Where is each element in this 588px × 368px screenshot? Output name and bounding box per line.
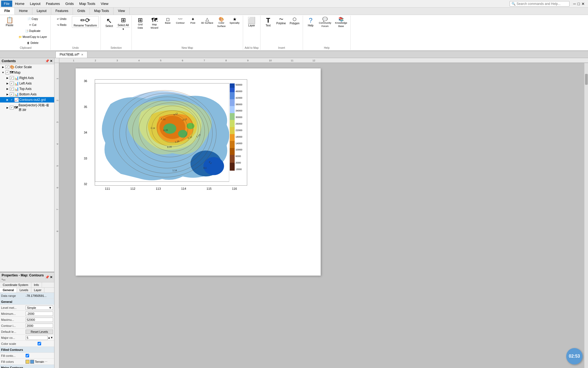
tab-maptools[interactable]: Map Tools	[90, 8, 114, 15]
tree-check-leftaxis[interactable]	[10, 82, 14, 85]
tab-grids[interactable]: Grids	[73, 8, 90, 15]
contents-close-icon[interactable]: ✕	[50, 59, 53, 63]
delete-button[interactable]: 🗑 Delete	[17, 40, 49, 46]
props-tab-layer[interactable]: Layer	[31, 288, 45, 292]
tree-map[interactable]: ▼ 🗺 Map	[0, 70, 54, 75]
selection-label: Selection	[111, 46, 122, 49]
props-datarange: Data range -78.17950591...	[0, 293, 54, 299]
props-pin-icon[interactable]: 📌	[45, 275, 49, 279]
tree-color-scale[interactable]: ▶ 🎨 Color Scale	[0, 64, 54, 70]
polyline-button[interactable]: 〜 Polyline	[275, 16, 287, 26]
redo-icon: ↪	[57, 23, 59, 27]
props-tab-info[interactable]: Info	[31, 282, 42, 287]
scrollbar-v-thumb[interactable]	[585, 74, 588, 85]
knowledge-button[interactable]: 📚 Knowledge Base	[333, 16, 349, 29]
props-close-icon[interactable]: ✕	[50, 275, 53, 279]
props-tab-general[interactable]: General	[0, 288, 17, 292]
cs-labels: 50000 46000 42000 38000 34000 30000 2600…	[235, 83, 242, 171]
redo-button[interactable]: ↪ Redo	[52, 22, 71, 28]
post-button[interactable]: ✦ Post	[187, 16, 199, 26]
layer-button[interactable]: ⬜ Layer	[245, 16, 258, 28]
paste-button[interactable]: 📋 Paste	[3, 16, 16, 28]
scrollbar-vertical[interactable]	[584, 63, 588, 368]
svg-text:4: 4	[56, 143, 59, 145]
community-button[interactable]: 💬 Community Forum	[317, 16, 333, 29]
colorscale-checkbox[interactable]	[26, 342, 53, 345]
tree-check-base[interactable]	[10, 106, 14, 110]
tree-bottom-axis[interactable]: ▶ 📊 Bottom Axis	[0, 92, 54, 97]
tree-contours-out2[interactable]: ▶ 📈 Contours-out2.grd	[0, 97, 54, 102]
resetlevels-button[interactable]: Reset Levels	[26, 330, 53, 334]
select-all-dropdown[interactable]: ▼	[117, 27, 130, 31]
search-bar[interactable]: 🔍	[510, 1, 569, 7]
select-all-button[interactable]: ⊞ Select All ▼	[117, 16, 130, 31]
selection-content: ↖ Select ⊞ Select All ▼	[102, 16, 130, 46]
maximum-input[interactable]	[26, 318, 53, 322]
doc-tab-close[interactable]: ✕	[81, 53, 83, 56]
duplicate-button[interactable]: 📑 Duplicate	[17, 28, 49, 34]
props-tab-levels[interactable]: Levels	[17, 288, 31, 292]
tab-layout[interactable]: Layout	[32, 8, 51, 15]
tree-right-axis[interactable]: ▶ 📊 Right Axis	[0, 75, 54, 81]
tab-file[interactable]: File	[0, 8, 15, 15]
color-surface-button[interactable]: 🎨 Color Surface	[215, 16, 227, 29]
select-all-main[interactable]: ⊞ Select All	[117, 16, 130, 27]
map-inner: 4.12 4.12 1.14 1.14 8.28 1.25 8.28 4.12 …	[95, 80, 229, 185]
props-tab-coordsys[interactable]: Coordinate System	[0, 282, 31, 287]
tree-check-rightaxis[interactable]	[10, 76, 14, 80]
majorco-up[interactable]: ▲	[48, 336, 50, 339]
grid-data-button[interactable]: ⊞ Grid Data	[133, 16, 147, 31]
menu-home[interactable]: Home	[12, 1, 27, 7]
rename-transform-icon: ✏⟳	[80, 17, 90, 24]
help-button[interactable]: ? Help	[305, 16, 317, 28]
tree-base-vector[interactable]: ▶ 🗺 Base(vector)-河南-省界.blr	[0, 102, 54, 113]
tree-check-contours[interactable]	[10, 98, 14, 102]
tab-features[interactable]: Features	[51, 8, 73, 15]
menu-view[interactable]: View	[98, 1, 111, 7]
tree-check-topaxis[interactable]	[10, 87, 14, 91]
doc-tab-plot7[interactable]: Plot7初稿.srf* ✕	[56, 51, 87, 58]
menu-grids[interactable]: Grids	[63, 1, 76, 7]
minimum-input[interactable]	[26, 312, 53, 316]
specialty-button[interactable]: ★ Specialty	[228, 16, 241, 26]
tree-check-map[interactable]	[5, 71, 9, 74]
tree-top-axis[interactable]: ▶ 📊 Top Axis	[0, 86, 54, 92]
tree-check-bottomaxis[interactable]	[10, 92, 14, 96]
3d-surface-button[interactable]: △ 3D Surface	[199, 16, 215, 26]
contourinterval-input[interactable]	[26, 324, 53, 328]
search-input[interactable]	[517, 2, 566, 6]
undo-button[interactable]: ↩ Undo	[52, 16, 71, 22]
majorco-down[interactable]: ▼	[50, 336, 53, 339]
tree-left-axis[interactable]: ▶ 📊 Left Axis	[0, 81, 54, 86]
copy-button[interactable]: 📄 Copy	[17, 16, 49, 22]
window-minimize[interactable]: ─	[573, 2, 576, 6]
contents-pin-icon[interactable]: 📌	[45, 59, 49, 63]
polygon-button[interactable]: ⬡ Polygon	[288, 16, 301, 26]
menu-layout[interactable]: Layout	[27, 1, 43, 7]
svg-text:4: 4	[138, 59, 140, 62]
menu-file[interactable]: File	[1, 1, 12, 7]
rename-transform-button[interactable]: ✏⟳ Rename Transform	[72, 16, 99, 28]
levelmet-dropdown[interactable]: Simple ▼	[26, 306, 53, 310]
map-wizard-button[interactable]: 🗺 Map Wizard	[148, 16, 161, 31]
map-canvas[interactable]: 4.12 4.12 1.14 1.14 8.28 1.25 8.28 4.12 …	[59, 63, 588, 368]
movecopy-button[interactable]: 📁 Move/Copy to Layer	[17, 34, 49, 40]
tab-home[interactable]: Home	[15, 8, 32, 15]
window-maximize[interactable]: □	[578, 2, 580, 6]
fillconto-label: Fill conto...	[1, 354, 26, 357]
text-button[interactable]: T Text	[262, 16, 274, 28]
tab-view[interactable]: View	[114, 8, 130, 15]
cut-button[interactable]: ✂ Cut	[17, 22, 49, 28]
base-button[interactable]: ◻ Base	[162, 16, 174, 26]
window-close[interactable]: ✕	[581, 2, 585, 6]
contour-icon: 〰	[178, 17, 182, 22]
majorco-input[interactable]	[26, 336, 48, 340]
menu-maptools[interactable]: Map Tools	[76, 1, 98, 7]
fillcolors-menu[interactable]: ⋯	[45, 360, 47, 363]
map-frame[interactable]: 4.12 4.12 1.14 1.14 8.28 1.25 8.28 4.12 …	[95, 79, 247, 186]
fillconto-checkbox[interactable]	[26, 354, 29, 357]
contour-button[interactable]: 〰 Contour	[174, 16, 186, 26]
select-button[interactable]: ↖ Select	[102, 16, 116, 29]
tree-check-colorscale[interactable]	[5, 65, 9, 69]
menu-features[interactable]: Features	[43, 1, 63, 7]
